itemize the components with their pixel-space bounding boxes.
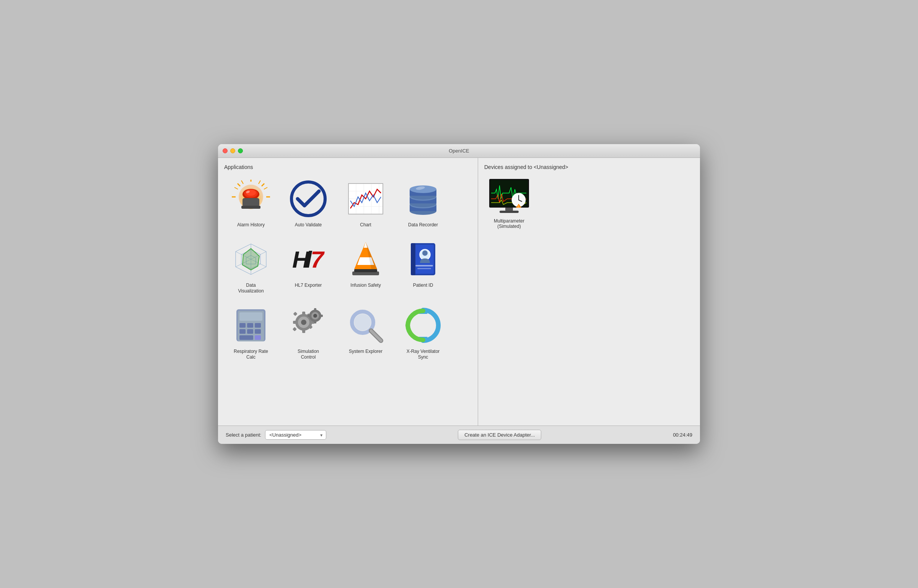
infusion-safety-icon [345, 238, 387, 280]
svg-rect-105 [505, 208, 513, 211]
patient-dropdown-wrapper: <Unassigned> [265, 430, 326, 440]
svg-rect-80 [293, 312, 297, 316]
respiratory-rate-calc-icon [230, 304, 272, 346]
main-window: OpenICE Applications [218, 144, 700, 444]
svg-line-6 [241, 180, 243, 184]
app-simulation-control[interactable]: SimulationControl [282, 301, 335, 364]
device-multiparameter-icon: ! [488, 178, 530, 216]
svg-rect-69 [247, 329, 253, 334]
svg-text:!: ! [518, 205, 519, 208]
svg-rect-71 [239, 335, 253, 340]
applications-title: Applications [224, 164, 472, 170]
svg-rect-87 [314, 308, 316, 311]
svg-point-86 [313, 314, 317, 318]
svg-line-94 [371, 331, 381, 341]
device-multiparameter-simulated[interactable]: ! Multiparameter(Simulated) [484, 175, 534, 232]
svg-line-5 [259, 180, 260, 184]
svg-rect-76 [302, 312, 305, 315]
hl7-exporter-icon: H l 7 [287, 238, 329, 280]
svg-rect-90 [320, 315, 323, 317]
svg-rect-57 [411, 243, 415, 275]
app-respiratory-rate-calc[interactable]: Respiratory RateCalc [224, 301, 278, 364]
auto-validate-label: Auto Validate [295, 222, 322, 228]
respiratory-rate-calc-label: Respiratory RateCalc [234, 349, 268, 361]
app-alarm-history[interactable]: Alarm History [224, 175, 278, 231]
app-patient-id[interactable]: Patient ID [396, 235, 450, 297]
svg-rect-68 [239, 329, 246, 334]
svg-rect-13 [243, 198, 259, 206]
data-recorder-label: Data Recorder [408, 222, 438, 228]
close-button[interactable] [223, 148, 228, 153]
hl7-exporter-label: HL7 Exporter [295, 283, 322, 289]
app-auto-validate[interactable]: Auto Validate [282, 175, 335, 231]
apps-grid: Alarm History Auto Validate [224, 175, 472, 364]
app-hl7-exporter[interactable]: H l 7 HL7 Exporter [282, 235, 335, 297]
app-infusion-safety[interactable]: Infusion Safety [339, 235, 392, 297]
svg-rect-82 [293, 327, 297, 331]
main-content: Applications [218, 158, 700, 426]
devices-list: ! Multiparameter(Simulated) [484, 175, 694, 232]
devices-title: Devices assigned to <Unassigned> [484, 164, 694, 170]
svg-rect-14 [241, 206, 260, 209]
svg-rect-88 [314, 320, 316, 323]
system-explorer-label: System Explorer [349, 349, 382, 355]
maximize-button[interactable] [238, 148, 243, 153]
svg-line-1 [262, 184, 264, 186]
patient-dropdown[interactable]: <Unassigned> [265, 430, 326, 440]
svg-point-75 [301, 320, 306, 325]
app-data-visualization[interactable]: DataVisualization [224, 235, 278, 297]
data-visualization-label: DataVisualization [238, 283, 264, 294]
data-visualization-icon [230, 238, 272, 280]
auto-validate-icon [287, 178, 329, 220]
svg-rect-78 [293, 321, 297, 324]
app-data-recorder[interactable]: Data Recorder [396, 175, 450, 231]
simulation-control-icon [287, 304, 329, 346]
alarm-history-icon [230, 178, 272, 220]
chart-label: Chart [360, 222, 371, 228]
svg-rect-70 [255, 329, 261, 334]
svg-rect-61 [417, 268, 431, 269]
svg-rect-89 [308, 315, 311, 317]
app-chart[interactable]: Chart [339, 175, 392, 231]
devices-panel: Devices assigned to <Unassigned> [478, 158, 700, 426]
xray-ventilator-sync-icon [402, 304, 444, 346]
patient-select-label: Select a patient: [226, 432, 261, 438]
system-explorer-icon [345, 304, 387, 346]
chart-icon [345, 178, 387, 220]
title-bar: OpenICE [218, 144, 700, 158]
svg-rect-77 [302, 329, 305, 333]
svg-rect-60 [415, 265, 433, 266]
traffic-lights [223, 148, 243, 153]
svg-line-3 [238, 184, 240, 186]
app-system-explorer[interactable]: System Explorer [339, 301, 392, 364]
svg-line-8 [234, 187, 238, 189]
window-title: OpenICE [449, 148, 469, 154]
patient-id-icon [402, 238, 444, 280]
svg-marker-45 [243, 249, 259, 270]
device-multiparameter-label: Multiparameter(Simulated) [494, 218, 524, 229]
svg-rect-72 [255, 335, 261, 340]
time-display: 00:24:49 [673, 432, 692, 438]
svg-rect-67 [255, 323, 261, 328]
patient-select-area: Select a patient: <Unassigned> [226, 430, 326, 440]
svg-rect-50 [354, 269, 377, 272]
alarm-history-label: Alarm History [237, 222, 265, 228]
svg-rect-66 [247, 323, 253, 328]
infusion-safety-label: Infusion Safety [350, 283, 381, 289]
svg-rect-106 [500, 211, 519, 213]
create-adapter-button[interactable]: Create an ICE Device Adapter... [458, 430, 541, 440]
svg-rect-65 [239, 323, 246, 328]
applications-panel: Applications [218, 158, 478, 426]
svg-point-59 [422, 250, 428, 256]
svg-rect-64 [239, 312, 262, 321]
svg-text:7: 7 [311, 246, 325, 273]
data-recorder-icon [402, 178, 444, 220]
app-xray-ventilator-sync[interactable]: X-Ray VentilatorSync [396, 301, 450, 364]
simulation-control-label: SimulationControl [298, 349, 319, 361]
bottom-bar: Select a patient: <Unassigned> Create an… [218, 426, 700, 444]
minimize-button[interactable] [230, 148, 235, 153]
svg-point-92 [354, 314, 371, 331]
xray-ventilator-sync-label: X-Ray VentilatorSync [407, 349, 440, 361]
svg-line-7 [264, 187, 267, 189]
patient-id-label: Patient ID [413, 283, 433, 289]
